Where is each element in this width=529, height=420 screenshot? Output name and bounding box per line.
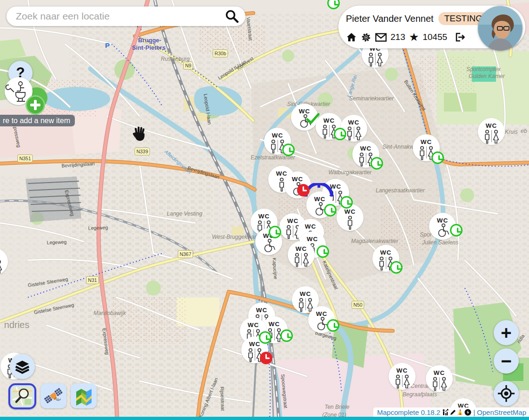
attribution-app-link[interactable]: Mapcomplete 0.18.2 [377,408,440,416]
toilets-mw-icon: WC [426,365,453,392]
opening-hours-open-badge [450,224,463,236]
home-icon[interactable] [346,32,357,43]
tooltip-text: re to add a new item [3,117,70,125]
attribution-icons [442,409,471,416]
theme-mini-icon[interactable] [457,409,464,416]
user-avatar[interactable] [478,6,522,51]
opening-hours-open-badge [431,151,444,164]
opening-hours-closed-badge [297,184,310,197]
svg-text:WC: WC [360,145,372,152]
svg-text:WC: WC [434,369,445,376]
toilet-map-marker[interactable]: WC [389,363,416,390]
toilet-map-marker[interactable]: WC [291,104,318,131]
toilets-mw-icon: WC [0,248,8,275]
user-name: Pieter Vander Vennet [346,13,434,24]
zoom-in-button[interactable]: + [494,320,519,345]
opening-hours-open-badge [269,226,281,238]
opening-hours-open-badge [390,261,403,274]
layers-icon [14,359,30,374]
svg-text:WC: WC [269,321,280,328]
matrix-icon[interactable] [464,409,471,416]
osm-carto-icon [12,386,33,407]
svg-text:WC: WC [296,245,307,252]
messages-count: 213 [390,32,405,42]
toilet-map-marker[interactable]: WC [478,118,505,145]
opening-hours-closed-badge [260,352,272,364]
svg-text:WC: WC [272,132,284,139]
svg-text:WC: WC [437,217,449,224]
mapcomplete-app: N9R30bN376N339N351N367N31N50Brugge-Sint-… [0,0,529,420]
opening-hours-open-badge [327,0,340,9]
opening-hours-open-badge [259,331,271,344]
edit-pencil-icon[interactable] [450,409,456,416]
search-icon[interactable] [225,9,239,23]
toilets-mw-icon: WC [288,241,315,268]
toilet-map-marker[interactable]: WC [0,248,8,275]
folded-map-icon [73,386,94,406]
background-osm-carto-button[interactable] [8,383,36,409]
hand-cursor-icon [132,126,146,142]
attribution-bar[interactable]: Mapcomplete 0.18.2 | OpenStreetMap [373,407,529,417]
osm-attribution-link[interactable]: OpenStreetMap [477,408,526,416]
satellite-icon [43,386,64,406]
zoom-in-label: + [501,322,511,343]
geolocate-button[interactable] [494,381,519,406]
add-item-tooltip: re to add a new item [0,115,75,126]
toilets-mw-icon: WC [478,118,505,145]
svg-text:WC: WC [486,122,497,129]
star-icon: ★ [409,32,419,43]
svg-text:WC: WC [258,213,270,220]
gear-icon[interactable] [361,32,371,43]
search-input[interactable] [15,10,225,22]
svg-text:WC: WC [292,176,304,183]
toilets-mw-icon: WC [389,363,416,390]
messages-icon[interactable] [375,33,387,42]
background-layer-switcher [8,383,97,409]
toilet-map-marker[interactable]: WC [426,365,453,392]
map-markers-layer: WC WC WC WC WC WC WC [0,0,529,420]
opening-hours-open-badge [282,144,295,156]
background-satellite-button[interactable] [40,383,66,408]
statistics-icon[interactable] [442,409,449,416]
bottom-accent-bar [0,417,529,420]
opening-hours-open-badge [317,245,329,258]
location-search-bar[interactable] [7,7,245,26]
svg-text:WC: WC [305,223,317,230]
background-map-button[interactable] [71,383,97,408]
opening-hours-open-badge [324,204,337,217]
add-item-plus-button[interactable] [26,95,45,115]
opening-hours-open-badge [340,196,353,209]
layers-button[interactable] [10,354,35,379]
attribution-divider: | [473,408,475,416]
svg-text:WC: WC [380,249,392,256]
svg-text:WC: WC [316,310,328,317]
svg-text:WC: WC [248,322,259,328]
logout-icon[interactable] [454,32,465,43]
svg-text:WC: WC [324,117,335,124]
svg-text:WC: WC [397,367,408,374]
svg-text:WC: WC [348,119,360,126]
opening-hours-open-badge [327,319,339,332]
svg-text:WC: WC [421,138,432,145]
zoom-out-button[interactable]: − [494,348,519,374]
opening-hours-open-badge [334,128,346,140]
svg-text:WC: WC [300,290,311,297]
avatar-photo [478,6,522,51]
opening-hours-open-badge [370,157,383,170]
toilet-map-marker[interactable]: WC [288,241,315,268]
crosshair-icon [498,385,515,402]
opening-hours-open-badge [280,329,293,342]
svg-text:WC: WC [256,307,268,314]
svg-text:WC: WC [249,341,261,348]
changeset-count: 10455 [423,32,447,42]
zoom-out-label: − [501,351,511,372]
